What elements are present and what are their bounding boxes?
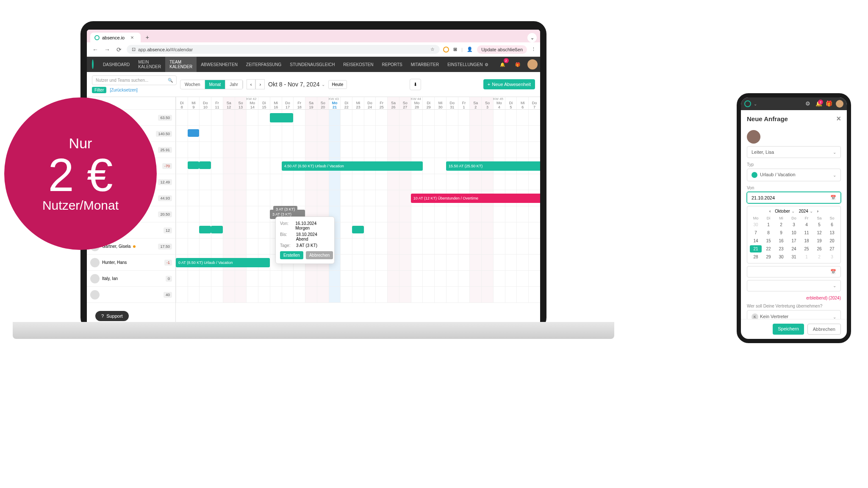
day-cell[interactable]: 6: [826, 221, 838, 228]
nav-stundenausgleich[interactable]: STUNDENAUSGLEICH: [286, 57, 339, 72]
chevron-down-icon[interactable]: ⌄: [754, 102, 757, 106]
settings-link[interactable]: EINSTELLUNGEN ⚙: [443, 62, 492, 67]
day-cell[interactable]: 26: [813, 245, 825, 252]
gear-icon[interactable]: ⚙: [805, 100, 812, 107]
day-cell[interactable]: 18: [801, 237, 813, 244]
day-cell[interactable]: 2: [775, 221, 787, 228]
day-cell[interactable]: 14: [750, 237, 762, 244]
create-button[interactable]: Erstellen: [280, 251, 303, 259]
chevron-down-icon[interactable]: ⌄: [527, 33, 537, 42]
menu-icon[interactable]: ⋮: [531, 47, 536, 52]
day-cell[interactable]: 1: [763, 221, 774, 228]
view-tab-monat[interactable]: Monat: [205, 80, 226, 89]
update-button[interactable]: Update abschließen: [477, 45, 527, 54]
calendar-row[interactable]: 0 AT (8.50 KT) Urlaub / Vacation: [176, 255, 540, 271]
day-cell[interactable]: 11: [801, 229, 813, 236]
calendar-row[interactable]: [176, 142, 540, 158]
day-cell[interactable]: 19: [813, 237, 825, 244]
browser-tab[interactable]: absence.io ×: [90, 33, 141, 42]
absence-bar[interactable]: [188, 129, 200, 137]
day-cell[interactable]: 13: [826, 229, 838, 236]
to-date-input[interactable]: 📅: [747, 266, 841, 277]
day-cell[interactable]: 20: [826, 237, 838, 244]
day-cell[interactable]: 9: [775, 229, 787, 236]
view-tab-wochen[interactable]: Wochen: [180, 80, 205, 89]
calendar-row[interactable]: 4.50 AT (6.50 KT) Urlaub / Vacation15.50…: [176, 158, 540, 174]
day-cell[interactable]: 17: [788, 237, 800, 244]
app-logo-icon[interactable]: [92, 60, 94, 69]
absence-bar[interactable]: 0 AT (8.50 KT) Urlaub / Vacation: [176, 258, 270, 267]
person-select[interactable]: Leiter, Lisa⌄: [747, 146, 841, 158]
new-tab-button[interactable]: +: [142, 32, 153, 42]
site-info-icon[interactable]: ⊡: [132, 47, 136, 52]
calendar-row[interactable]: 10 AT (12 KT) Überstunden / Overtime: [176, 190, 540, 206]
filter-reset[interactable]: [Zurücksetzen]: [110, 88, 138, 92]
profile-icon[interactable]: 👤: [467, 47, 473, 52]
day-cell[interactable]: 24: [788, 245, 800, 252]
calendar-row[interactable]: [176, 110, 540, 126]
extension-icon[interactable]: [443, 47, 449, 53]
day-cell[interactable]: 16: [775, 237, 787, 244]
filter-chip[interactable]: Filter: [92, 87, 106, 93]
employee-row[interactable]: 40: [87, 287, 175, 303]
calendar-row[interactable]: [176, 222, 540, 238]
day-cell[interactable]: 31: [788, 253, 800, 261]
next-button[interactable]: ›: [255, 79, 265, 89]
gift-icon[interactable]: 🎁: [826, 100, 832, 107]
employee-row[interactable]: Italy, Ian0: [87, 271, 175, 287]
calendar-row[interactable]: [176, 271, 540, 287]
next-month-button[interactable]: ›: [817, 209, 818, 214]
day-cell[interactable]: 8: [763, 229, 774, 236]
absence-bar[interactable]: [270, 113, 293, 122]
nav-reisekosten[interactable]: REISEKOSTEN: [339, 57, 377, 72]
from-date-input[interactable]: 21.10.2024 📅: [747, 192, 841, 203]
nav-team-kalender[interactable]: TEAM KALENDER: [165, 57, 197, 72]
gift-icon[interactable]: 🎁: [512, 59, 523, 70]
day-cell[interactable]: 7: [750, 229, 762, 236]
day-cell[interactable]: 30: [750, 221, 762, 228]
day-cell[interactable]: 5: [813, 221, 825, 228]
view-tab-jahr[interactable]: Jahr: [225, 80, 242, 89]
prev-button[interactable]: ‹: [247, 79, 256, 89]
year-select[interactable]: 2024 ⌄: [799, 209, 813, 214]
absence-bar[interactable]: [352, 226, 364, 233]
calendar-row[interactable]: [176, 126, 540, 142]
day-cell[interactable]: 12: [813, 229, 825, 236]
day-cell[interactable]: 21: [750, 245, 762, 252]
extensions-icon[interactable]: ⊞: [453, 47, 457, 52]
absence-bar[interactable]: [188, 161, 200, 169]
prev-month-button[interactable]: ‹: [769, 209, 771, 214]
close-icon[interactable]: ×: [130, 34, 134, 41]
day-cell[interactable]: 22: [763, 245, 774, 252]
day-cell[interactable]: 10: [788, 229, 800, 236]
nav-zeiterfassung[interactable]: ZEITERFASSUNG: [242, 57, 286, 72]
day-cell[interactable]: 1: [801, 253, 813, 261]
day-cell[interactable]: 30: [775, 253, 787, 261]
day-cell[interactable]: 23: [775, 245, 787, 252]
cancel-button[interactable]: Abbrechen: [807, 324, 841, 335]
day-part-select[interactable]: ⌄: [747, 280, 841, 291]
day-cell[interactable]: 29: [763, 253, 774, 261]
reload-icon[interactable]: ⟳: [115, 46, 123, 53]
absence-bar[interactable]: [199, 226, 211, 233]
address-input[interactable]: ⊡ app.absence.io/#/calendar ☆: [127, 45, 440, 54]
forward-icon[interactable]: →: [103, 46, 111, 53]
day-cell[interactable]: 15: [763, 237, 774, 244]
type-select[interactable]: Urlaub / Vacation ⌄: [747, 169, 841, 181]
nav-mein-kalender[interactable]: MEIN KALENDER: [134, 57, 165, 72]
avatar[interactable]: [836, 100, 843, 108]
absence-bar[interactable]: 4.50 AT (6.50 KT) Urlaub / Vacation: [282, 161, 423, 171]
star-icon[interactable]: ☆: [430, 47, 435, 52]
day-cell[interactable]: 3: [788, 221, 800, 228]
employee-row[interactable]: Hunter, Hans-1: [87, 255, 175, 271]
user-menu[interactable]: Lisa Leiter Administrator: [527, 59, 540, 69]
absence-bar[interactable]: 15.50 AT (25.50 KT): [446, 161, 540, 171]
today-button[interactable]: Heute: [328, 80, 347, 89]
substitute-select[interactable]: KKein Vertreter ⌄: [747, 310, 841, 319]
calendar-row[interactable]: [176, 238, 540, 255]
app-logo-icon[interactable]: [744, 100, 751, 107]
new-absence-button[interactable]: + Neue Abwesenheit: [483, 79, 535, 89]
absence-bar[interactable]: 10 AT (12 KT) Überstunden / Overtime: [411, 194, 540, 203]
day-cell[interactable]: 4: [801, 221, 813, 228]
support-button[interactable]: ? Support: [95, 311, 129, 321]
